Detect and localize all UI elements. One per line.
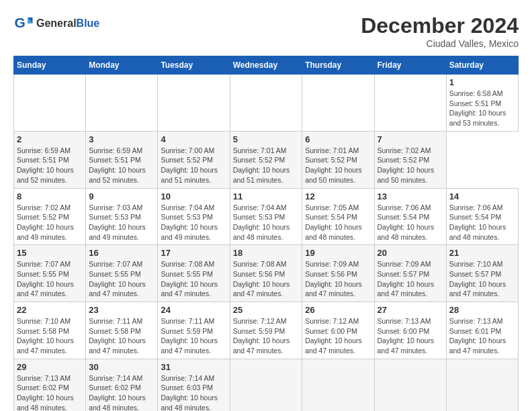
day-info: Sunrise: 7:09 AM Sunset: 5:57 PM Dayligh… [378,259,443,299]
day-info: Sunrise: 7:13 AM Sunset: 6:01 PM Dayligh… [449,316,515,356]
calendar-header-row: Sunday Monday Tuesday Wednesday Thursday… [14,56,519,75]
day-number: 6 [305,134,371,144]
calendar-week-row: 2 Sunrise: 6:59 AM Sunset: 5:51 PM Dayli… [14,131,519,188]
day-info: Sunrise: 7:02 AM Sunset: 5:52 PM Dayligh… [17,203,83,242]
day-info: Sunrise: 7:02 AM Sunset: 5:52 PM Dayligh… [378,146,443,185]
day-number: 13 [378,191,443,201]
table-row: 1 Sunrise: 6:58 AM Sunset: 5:51 PM Dayli… [446,75,518,132]
calendar-week-row: 15 Sunrise: 7:07 AM Sunset: 5:55 PM Dayl… [14,245,519,302]
calendar-week-row: 8 Sunrise: 7:02 AM Sunset: 5:52 PM Dayli… [14,188,519,245]
day-info: Sunrise: 7:01 AM Sunset: 5:52 PM Dayligh… [233,146,300,185]
day-number: 16 [89,248,154,258]
day-info: Sunrise: 7:10 AM Sunset: 5:57 PM Dayligh… [449,259,515,299]
month-title: December 2024 [361,13,519,38]
day-number: 15 [17,248,83,258]
day-number: 21 [449,248,515,258]
page-header: G GeneralBlue December 2024 Ciudad Valle… [13,13,519,49]
table-row [230,359,302,411]
table-row: 10 Sunrise: 7:04 AM Sunset: 5:53 PM Dayl… [158,188,230,245]
day-number: 30 [89,362,154,372]
table-row: 6 Sunrise: 7:01 AM Sunset: 5:52 PM Dayli… [302,131,374,188]
table-row: 12 Sunrise: 7:05 AM Sunset: 5:54 PM Dayl… [302,188,374,245]
day-number: 26 [305,305,371,315]
table-row: 14 Sunrise: 7:06 AM Sunset: 5:54 PM Dayl… [446,188,518,245]
table-row: 5 Sunrise: 7:01 AM Sunset: 5:52 PM Dayli… [230,131,302,188]
day-number: 20 [378,248,443,258]
day-info: Sunrise: 7:13 AM Sunset: 6:00 PM Dayligh… [378,316,443,356]
day-info: Sunrise: 7:06 AM Sunset: 5:54 PM Dayligh… [378,203,443,242]
day-info: Sunrise: 7:11 AM Sunset: 5:58 PM Dayligh… [89,316,154,356]
day-number: 7 [378,134,443,144]
logo-icon: G [13,13,34,34]
day-info: Sunrise: 7:00 AM Sunset: 5:52 PM Dayligh… [161,146,226,185]
day-info: Sunrise: 7:08 AM Sunset: 5:56 PM Dayligh… [233,259,300,299]
table-row [14,75,86,132]
table-row: 23 Sunrise: 7:11 AM Sunset: 5:58 PM Dayl… [86,302,158,359]
day-number: 9 [89,191,154,201]
col-monday: Monday [86,56,158,75]
day-info: Sunrise: 6:58 AM Sunset: 5:51 PM Dayligh… [449,89,515,128]
table-row: 20 Sunrise: 7:09 AM Sunset: 5:57 PM Dayl… [374,245,446,302]
table-row: 30 Sunrise: 7:14 AM Sunset: 6:02 PM Dayl… [86,359,158,411]
table-row: 4 Sunrise: 7:00 AM Sunset: 5:52 PM Dayli… [158,131,230,188]
col-thursday: Thursday [302,56,374,75]
calendar-table: Sunday Monday Tuesday Wednesday Thursday… [13,56,519,411]
day-info: Sunrise: 6:59 AM Sunset: 5:51 PM Dayligh… [89,146,154,185]
table-row: 28 Sunrise: 7:13 AM Sunset: 6:01 PM Dayl… [446,302,518,359]
day-number: 18 [233,248,300,258]
day-info: Sunrise: 7:12 AM Sunset: 5:59 PM Dayligh… [233,316,300,356]
table-row: 15 Sunrise: 7:07 AM Sunset: 5:55 PM Dayl… [14,245,86,302]
col-friday: Friday [374,56,446,75]
day-info: Sunrise: 7:11 AM Sunset: 5:59 PM Dayligh… [161,316,226,356]
day-info: Sunrise: 7:12 AM Sunset: 6:00 PM Dayligh… [305,316,371,356]
calendar-week-row: 22 Sunrise: 7:10 AM Sunset: 5:58 PM Dayl… [14,302,519,359]
day-number: 1 [449,77,515,87]
table-row: 19 Sunrise: 7:09 AM Sunset: 5:56 PM Dayl… [302,245,374,302]
calendar-week-row: 29 Sunrise: 7:13 AM Sunset: 6:02 PM Dayl… [14,359,519,411]
day-number: 10 [161,191,226,201]
day-number: 3 [89,134,154,144]
day-number: 12 [305,191,371,201]
calendar-week-row: 1 Sunrise: 6:58 AM Sunset: 5:51 PM Dayli… [14,75,519,132]
day-info: Sunrise: 7:04 AM Sunset: 5:53 PM Dayligh… [233,203,300,242]
day-number: 27 [378,305,443,315]
table-row: 22 Sunrise: 7:10 AM Sunset: 5:58 PM Dayl… [14,302,86,359]
day-info: Sunrise: 7:14 AM Sunset: 6:03 PM Dayligh… [161,373,226,411]
day-number: 29 [17,362,83,372]
table-row [158,75,230,132]
day-number: 22 [17,305,83,315]
day-number: 24 [161,305,226,315]
day-number: 28 [449,305,515,315]
day-number: 17 [161,248,226,258]
day-number: 23 [89,305,154,315]
table-row: 2 Sunrise: 6:59 AM Sunset: 5:51 PM Dayli… [14,131,86,188]
title-block: December 2024 Ciudad Valles, Mexico [361,13,519,49]
table-row: 9 Sunrise: 7:03 AM Sunset: 5:53 PM Dayli… [86,188,158,245]
svg-text:G: G [15,15,26,30]
day-info: Sunrise: 7:13 AM Sunset: 6:02 PM Dayligh… [17,373,83,411]
day-info: Sunrise: 7:09 AM Sunset: 5:56 PM Dayligh… [305,259,371,299]
day-number: 8 [17,191,83,201]
day-info: Sunrise: 7:03 AM Sunset: 5:53 PM Dayligh… [89,203,154,242]
table-row: 8 Sunrise: 7:02 AM Sunset: 5:52 PM Dayli… [14,188,86,245]
table-row [374,75,446,132]
logo-blue: Blue [77,17,100,29]
table-row: 26 Sunrise: 7:12 AM Sunset: 6:00 PM Dayl… [302,302,374,359]
logo: G GeneralBlue [13,13,99,34]
table-row [86,75,158,132]
col-wednesday: Wednesday [230,56,302,75]
table-row: 31 Sunrise: 7:14 AM Sunset: 6:03 PM Dayl… [158,359,230,411]
table-row: 27 Sunrise: 7:13 AM Sunset: 6:00 PM Dayl… [374,302,446,359]
day-info: Sunrise: 7:05 AM Sunset: 5:54 PM Dayligh… [305,203,371,242]
table-row [302,75,374,132]
table-row [374,359,446,411]
day-info: Sunrise: 7:01 AM Sunset: 5:52 PM Dayligh… [305,146,371,185]
day-info: Sunrise: 7:14 AM Sunset: 6:02 PM Dayligh… [89,373,154,411]
day-info: Sunrise: 7:08 AM Sunset: 5:55 PM Dayligh… [161,259,226,299]
day-info: Sunrise: 7:07 AM Sunset: 5:55 PM Dayligh… [17,259,83,299]
table-row [446,359,518,411]
day-number: 11 [233,191,300,201]
day-info: Sunrise: 7:10 AM Sunset: 5:58 PM Dayligh… [17,316,83,356]
table-row: 29 Sunrise: 7:13 AM Sunset: 6:02 PM Dayl… [14,359,86,411]
day-number: 19 [305,248,371,258]
